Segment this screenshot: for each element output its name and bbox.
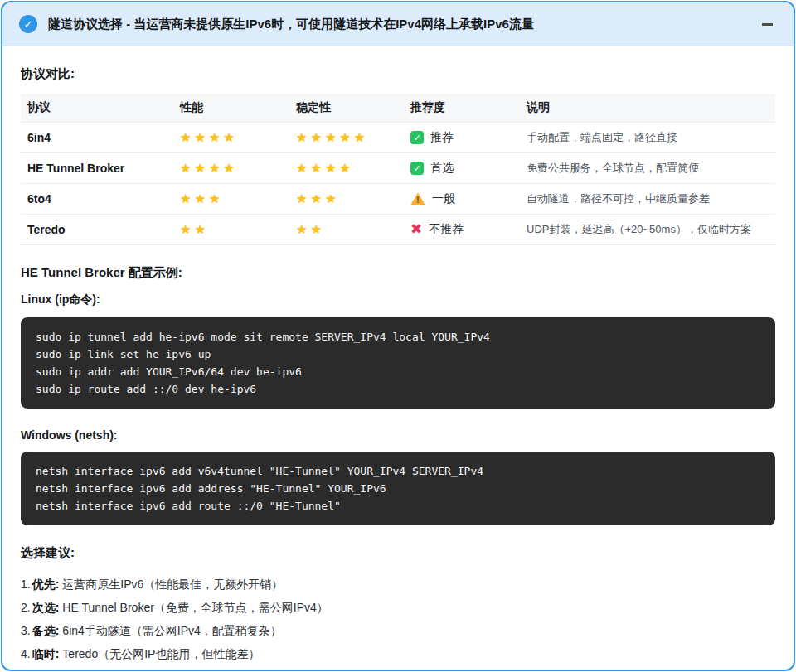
advice-heading: 选择建议: [21,545,775,561]
advice-text: 运营商原生IPv6（性能最佳，无额外开销） [62,578,283,591]
advice-number: 2. [21,601,31,614]
linux-code-block: sudo ip tunnel add he-ipv6 mode sit remo… [21,317,775,409]
protocol-name: Teredo [21,215,173,245]
recommendation-label: 首选 [430,161,454,176]
table-row: 6to4★★★★★★!一般自动隧道，路径不可控，中继质量参差 [21,184,775,215]
advice-label: 备选: [32,624,60,637]
protocol-name: 6in4 [21,123,173,153]
advice-list: 1.优先:运营商原生IPv6（性能最佳，无额外开销）2.次选:HE Tunnel… [21,573,775,665]
windows-label: Windows (netsh): [21,428,775,442]
protocol-description: 自动隧道，路径不可控，中继质量参差 [520,184,775,215]
comparison-heading: 协议对比: [21,66,775,82]
recommendation-label: 推荐 [430,130,454,145]
card-title: 隧道协议选择 - 当运营商未提供原生IPv6时，可使用隧道技术在IPv4网络上承… [48,17,746,32]
recommendation-cell: ✖不推荐 [404,215,520,245]
comparison-table-body: 6in4★★★★★★★★★✓推荐手动配置，端点固定，路径直接HE Tunnel … [21,123,775,245]
tunnel-protocol-card: ✓ 隧道协议选择 - 当运营商未提供原生IPv6时，可使用隧道技术在IPv4网络… [1,1,795,671]
recommendation-cell: ✓首选 [404,153,520,184]
card-content: 协议对比: 协议 性能 稳定性 推荐度 说明 6in4★★★★★★★★★✓推荐手… [2,46,794,671]
check-icon: ✓ [410,162,424,175]
code-line: sudo ip addr add YOUR_IPv6/64 dev he-ipv… [36,363,760,380]
windows-code-block: netsh interface ipv6 add v6v4tunnel "HE-… [21,452,775,525]
code-line: sudo ip link set he-ipv6 up [36,346,760,363]
advice-item: 2.次选:HE Tunnel Broker（免费，全球节点，需公网IPv4） [21,596,775,619]
stability-stars: ★★★ [289,184,404,215]
card-header: ✓ 隧道协议选择 - 当运营商未提供原生IPv6时，可使用隧道技术在IPv4网络… [2,2,794,46]
performance-stars: ★★★ [173,184,289,215]
advice-number: 3. [21,624,31,637]
check-circle-icon: ✓ [19,15,37,33]
recommendation-label: 一般 [432,191,455,206]
table-row: 6in4★★★★★★★★★✓推荐手动配置，端点固定，路径直接 [21,123,775,153]
advice-text: 6in4手动隧道（需公网IPv4，配置稍复杂） [62,624,281,637]
column-header-recommendation: 推荐度 [404,94,520,123]
column-header-performance: 性能 [173,94,289,123]
collapse-button[interactable] [757,14,777,34]
advice-item: 3.备选:6in4手动隧道（需公网IPv4，配置稍复杂） [21,619,775,642]
protocol-name: HE Tunnel Broker [21,153,173,184]
stability-stars: ★★ [289,215,404,245]
column-header-stability: 稳定性 [289,94,404,123]
advice-text: Teredo（无公网IP也能用，但性能差） [62,647,260,660]
advice-item: 4.临时:Teredo（无公网IP也能用，但性能差） [21,642,775,665]
recommendation-label: 不推荐 [429,222,464,237]
advice-text: HE Tunnel Broker（免费，全球节点，需公网IPv4） [62,601,328,614]
code-line: netsh interface ipv6 add route ::/0 "HE-… [36,497,760,515]
protocol-comparison-table: 协议 性能 稳定性 推荐度 说明 6in4★★★★★★★★★✓推荐手动配置，端点… [21,94,775,245]
protocol-description: 免费公共服务，全球节点，配置简便 [520,153,775,184]
performance-stars: ★★ [173,215,289,245]
protocol-name: 6to4 [21,184,173,215]
config-example-heading: HE Tunnel Broker 配置示例: [21,265,775,281]
advice-item: 1.优先:运营商原生IPv6（性能最佳，无额外开销） [21,573,775,596]
advice-label: 次选: [32,601,60,614]
code-line: sudo ip tunnel add he-ipv6 mode sit remo… [36,328,760,346]
stability-stars: ★★★★★ [289,123,404,153]
code-line: netsh interface ipv6 add address "HE-Tun… [36,480,760,497]
performance-stars: ★★★★ [173,153,289,184]
protocol-description: UDP封装，延迟高（+20~50ms），仅临时方案 [520,215,775,245]
recommendation-wrap: ✖不推荐 [410,222,512,237]
table-header-row: 协议 性能 稳定性 推荐度 说明 [21,94,775,123]
advice-label: 临时: [32,647,60,660]
code-line: netsh interface ipv6 add v6v4tunnel "HE-… [36,462,760,480]
advice-label: 优先: [32,578,60,591]
protocol-description: 手动配置，端点固定，路径直接 [520,123,775,153]
linux-label: Linux (ip命令): [21,292,775,307]
code-line: sudo ip route add ::/0 dev he-ipv6 [36,380,760,398]
advice-number: 1. [21,578,31,591]
cross-icon: ✖ [410,223,422,236]
table-row: HE Tunnel Broker★★★★★★★★✓首选免费公共服务，全球节点，配… [21,153,775,184]
column-header-description: 说明 [520,94,775,123]
minus-icon [762,23,773,26]
column-header-protocol: 协议 [21,94,173,123]
table-row: Teredo★★★★✖不推荐UDP封装，延迟高（+20~50ms），仅临时方案 [21,215,775,245]
check-icon: ✓ [410,131,424,144]
recommendation-wrap: ✓首选 [410,161,512,176]
performance-stars: ★★★★ [173,123,289,153]
recommendation-cell: !一般 [404,184,520,215]
advice-number: 4. [21,647,31,660]
warning-icon: ! [410,193,425,205]
recommendation-wrap: !一般 [410,191,512,206]
recommendation-wrap: ✓推荐 [410,130,512,145]
recommendation-cell: ✓推荐 [404,123,520,153]
stability-stars: ★★★★ [289,153,404,184]
